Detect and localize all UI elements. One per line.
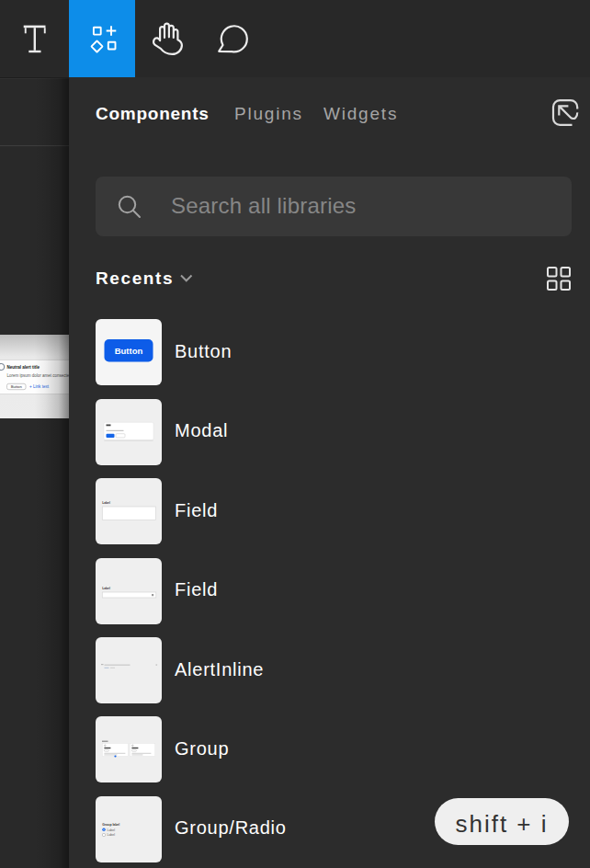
svg-text:Label: Label [108, 828, 116, 831]
svg-text:Group label: Group label [102, 822, 119, 826]
svg-text:Label: Label [108, 833, 116, 837]
svg-text:Label: Label [102, 586, 110, 589]
svg-text:Label: Label [102, 501, 110, 505]
svg-text:Button: Button [115, 346, 143, 356]
